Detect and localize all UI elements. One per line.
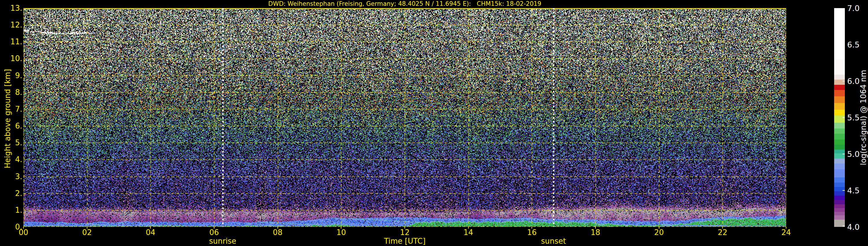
colorbar-tick-label: 7.0 (847, 4, 860, 13)
x-tick-mark (468, 227, 469, 228)
x-tick-label: 04 (146, 228, 155, 237)
colorbar-tick-label: 4.5 (847, 186, 860, 195)
colorbar-label: log(rc-signal) @ 1064 nm (859, 70, 868, 165)
page-title: DWD: Weihenstephan (Freising, Germany; 4… (268, 0, 541, 7)
x-axis-label: Time [UTC] (384, 237, 426, 245)
y-tick-label: 11. (10, 37, 22, 46)
y-tick-label: 9. (15, 71, 22, 80)
x-tick-label: 08 (273, 228, 282, 237)
x-tick-mark (150, 227, 151, 228)
y-tick-label: 8. (15, 88, 22, 97)
y-tick-label: 7. (15, 105, 22, 114)
heatmap-canvas (24, 8, 786, 227)
y-axis-label: Height above ground [km] (3, 69, 12, 168)
y-tick-label: 12. (10, 21, 22, 29)
x-tick-mark (214, 227, 214, 228)
x-tick-mark (341, 227, 341, 228)
colorbar-canvas (834, 8, 845, 227)
x-tick-mark (786, 227, 786, 228)
x-tick-label: 14 (464, 228, 473, 237)
sunrise-label: sunrise (209, 237, 237, 245)
x-tick-label: 00 (19, 228, 28, 237)
x-tick-label: 06 (209, 228, 219, 237)
x-tick-label: 16 (527, 228, 537, 237)
y-tick-label: 4. (15, 155, 22, 164)
ceilometer-quicklook-figure: DWD: Weihenstephan (Freising, Germany; 4… (0, 0, 868, 246)
x-tick-label: 10 (337, 228, 346, 237)
x-tick-label: 18 (591, 228, 600, 237)
x-tick-mark (277, 227, 278, 228)
colorbar-tick-label: 5.5 (847, 113, 860, 122)
colorbar-tick-label: 6.0 (847, 77, 860, 86)
x-tick-mark (23, 227, 24, 228)
colorbar-tick-label: 5.0 (847, 150, 860, 159)
x-tick-mark (404, 227, 405, 228)
x-tick-mark (659, 227, 659, 228)
x-tick-mark (722, 227, 723, 228)
x-tick-label: 02 (82, 228, 92, 237)
x-tick-label: 22 (718, 228, 727, 237)
x-tick-label: 20 (654, 228, 664, 237)
colorbar-tick-label: 4.0 (847, 222, 860, 232)
x-tick-label: 24 (781, 228, 791, 237)
y-tick-label: 1. (15, 206, 22, 214)
y-tick-label: 2. (15, 189, 22, 198)
x-tick-mark (595, 227, 596, 228)
x-tick-label: 12 (400, 228, 409, 237)
y-tick-label: 5. (15, 139, 22, 147)
colorbar-tick-label: 6.5 (847, 40, 860, 49)
x-tick-mark (531, 227, 532, 228)
y-tick-label: 13. (10, 4, 22, 12)
sunset-label: sunset (541, 237, 566, 245)
x-tick-mark (87, 227, 87, 228)
y-tick-label: 3. (15, 172, 22, 181)
y-tick-label: 6. (15, 122, 22, 130)
y-tick-label: 10. (10, 54, 22, 63)
